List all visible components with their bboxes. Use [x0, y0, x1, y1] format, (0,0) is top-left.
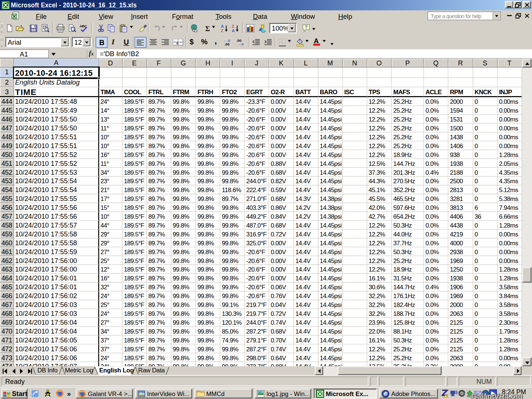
- svg-text:4: 4: [259, 27, 261, 31]
- svg-text:Z: Z: [232, 24, 234, 28]
- svg-text:a: a: [176, 41, 179, 45]
- svg-text:Σ: Σ: [205, 24, 210, 33]
- svg-text:.00: .00: [225, 42, 230, 46]
- svg-text:Z: Z: [221, 28, 224, 33]
- svg-text:?: ?: [305, 25, 308, 30]
- svg-text:A: A: [232, 28, 235, 33]
- svg-text:A: A: [221, 24, 224, 28]
- svg-text:→.0: →.0: [237, 42, 244, 46]
- svg-text:←.0: ←.0: [224, 38, 231, 42]
- svg-text:.00: .00: [236, 38, 242, 42]
